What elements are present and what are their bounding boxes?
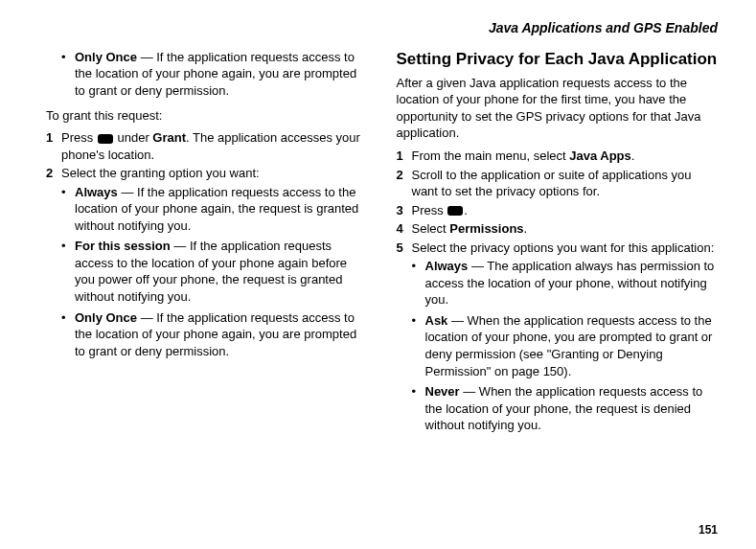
bullet-rest: — If the application requests access to …: [75, 185, 358, 233]
step-number: 1: [46, 129, 61, 163]
s3-pre: Press: [412, 203, 447, 217]
bullet-bold: Only Once: [75, 310, 137, 325]
bullet-bold: Always: [75, 185, 118, 199]
section-para: After a given Java application requests …: [397, 75, 719, 142]
bullet-marker: •: [61, 49, 75, 100]
step-text: Scroll to the application or suite of ap…: [412, 167, 719, 200]
page-number: 151: [699, 522, 718, 538]
step-number: 2: [46, 165, 61, 182]
step-number: 4: [397, 220, 412, 238]
menu-key-icon: [447, 206, 463, 216]
s1-pre: From the main menu, select: [412, 149, 570, 163]
s3-post: .: [464, 203, 468, 217]
rstep-2: 2 Scroll to the application or suite of …: [397, 167, 719, 200]
sub-bullet-once: • Only Once — If the application request…: [61, 309, 368, 360]
bullet-bold: Ask: [425, 313, 448, 328]
page-header: Java Applications and GPS Enabled: [46, 19, 718, 37]
step-text: Press under Grant. The application acces…: [61, 129, 368, 163]
right-column: Setting Privacy for Each Java Applicatio…: [397, 47, 719, 438]
bullet-text: Ask — When the application requests acce…: [425, 312, 719, 379]
step-text: From the main menu, select Java Apps.: [412, 148, 635, 165]
bullet-text: Only Once — If the application requests …: [75, 49, 368, 100]
bullet-rest: — When the application requests access t…: [425, 313, 713, 378]
bullet-only-once: • Only Once — If the application request…: [61, 49, 368, 100]
s4-post: .: [524, 221, 528, 236]
step-text: Select the granting option you want:: [61, 165, 260, 182]
bullet-marker: •: [412, 258, 425, 309]
sub-bullet-session: • For this session — If the application …: [61, 238, 368, 305]
rstep-3: 3 Press .: [397, 202, 719, 219]
bullet-text: Always — The application always has perm…: [425, 258, 719, 309]
step-2: 2 Select the granting option you want:: [46, 165, 368, 182]
r-bullet-ask: • Ask — When the application requests ac…: [412, 312, 719, 379]
step-text: Select Permissions.: [412, 220, 528, 238]
grant-intro: To grant this request:: [46, 107, 368, 125]
step-text: Select the privacy options you want for …: [412, 240, 715, 257]
r-bullet-always: • Always — The application always has pe…: [412, 258, 719, 309]
bullet-marker: •: [412, 383, 425, 434]
s4-bold: Permissions: [449, 221, 523, 236]
step1-mid: under: [114, 130, 152, 145]
s4-pre: Select: [412, 221, 450, 236]
bullet-marker: •: [61, 184, 75, 235]
rstep-4: 4 Select Permissions.: [397, 220, 719, 238]
step-1: 1 Press under Grant. The application acc…: [46, 129, 368, 163]
step-text: Press .: [412, 202, 468, 219]
sub-bullet-always: • Always — If the application requests a…: [61, 184, 368, 235]
bullet-text: Never — When the application requests ac…: [425, 383, 719, 434]
softkey-icon: [98, 134, 113, 144]
step-number: 5: [397, 240, 412, 257]
step1-pre: Press: [61, 130, 97, 145]
step-number: 1: [397, 148, 412, 165]
bullet-bold: Never: [425, 384, 460, 399]
bullet-bold: Always: [425, 259, 469, 273]
step-number: 3: [397, 202, 412, 219]
left-column: • Only Once — If the application request…: [46, 47, 368, 438]
bullet-marker: •: [412, 312, 425, 379]
section-heading: Setting Privacy for Each Java Applicatio…: [397, 49, 719, 71]
bullet-marker: •: [61, 309, 75, 360]
bullet-rest: — When the application requests access t…: [425, 384, 703, 432]
s1-post: .: [631, 149, 635, 163]
content-columns: • Only Once — If the application request…: [46, 47, 718, 438]
bullet-bold: For this session: [75, 239, 171, 253]
bullet-marker: •: [61, 238, 75, 305]
rstep-1: 1 From the main menu, select Java Apps.: [397, 148, 719, 165]
step-number: 2: [397, 167, 412, 200]
r-bullet-never: • Never — When the application requests …: [412, 383, 719, 434]
bullet-text: Only Once — If the application requests …: [75, 309, 368, 360]
bullet-rest: — The application always has permission …: [425, 259, 715, 307]
step1-bold: Grant: [152, 130, 186, 145]
bullet-bold: Only Once: [75, 50, 137, 64]
s1-bold: Java Apps: [569, 149, 631, 163]
bullet-text: Always — If the application requests acc…: [75, 184, 368, 235]
bullet-text: For this session — If the application re…: [75, 238, 368, 305]
rstep-5: 5 Select the privacy options you want fo…: [397, 240, 719, 257]
